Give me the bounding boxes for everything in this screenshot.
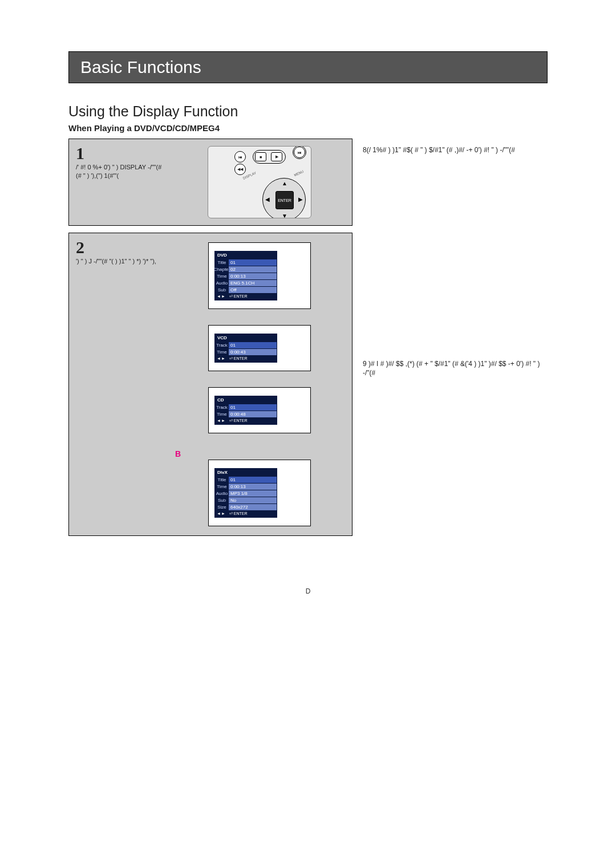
rewind-icon: ◀◀ (234, 164, 246, 175)
side-note-2: 9 )# I # )#/ $$ ,(*) (# + " $/#1" (# &('… (363, 359, 548, 377)
osd-row-icon: Track (215, 404, 229, 411)
step-number: 1 (76, 145, 166, 162)
step-description: /' #! 0 %+ 0') " ) DISPLAY -/""(# (# " )… (76, 163, 166, 180)
osd-row-icon: Track (215, 342, 229, 348)
osd-row-value: 0:00:48 (229, 411, 277, 417)
osd-row-icon: Size (215, 504, 229, 510)
osd-header: VCD (215, 334, 277, 342)
osd-row-icon: Time (215, 349, 229, 355)
osd-row-icon: Title (215, 259, 229, 266)
osd-row-value: No (229, 497, 277, 503)
osd-row-icon: Title (215, 477, 229, 483)
osd-row-value: Off (229, 287, 277, 293)
osd-row-value: 01 (229, 342, 277, 348)
osd-header: DVD (215, 251, 277, 259)
remote-diagram: ⏮ ■ ▶ ⏭ ◀◀ DISPLAY MENU (208, 146, 311, 218)
osd-screenshot-dvd: DVD Title01 Chapter02 Time0:00:13 AudioE… (208, 242, 311, 309)
osd-row-icon: Sub (215, 497, 229, 503)
osd-footer-nav: ◄► (217, 419, 226, 423)
osd-footer-nav: ◄► (217, 511, 226, 516)
step-description: ') " ) J -/""(# "( ) )1" " ) *) ')* "), (76, 257, 166, 266)
osd-row-value: 0:00:13 (229, 273, 277, 279)
osd-footer-enter: ⏎ ENTER (229, 419, 248, 423)
step-2-box: 2 ') " ) J -/""(# "( ) )1" " ) *) ')* ")… (68, 233, 352, 536)
osd-row-value: 640x272 (229, 504, 277, 510)
menu-label: MENU (294, 170, 305, 177)
up-arrow-icon: ▲ (282, 180, 287, 186)
osd-footer-enter: ⏎ ENTER (229, 294, 248, 299)
osd-row-icon: Audio (215, 490, 229, 497)
osd-row-icon: Audio (215, 280, 229, 286)
osd-row-icon: Time (215, 411, 229, 417)
osd-variant-letter: B (175, 449, 345, 458)
right-arrow-icon: ▶ (298, 196, 303, 202)
osd-row-value: 0:00:43 (229, 349, 277, 355)
enter-button: ENTER (275, 191, 294, 209)
osd-footer-nav: ◄► (217, 294, 226, 299)
osd-footer-enter: ⏎ ENTER (229, 511, 248, 516)
callout-circle (293, 146, 306, 159)
section-title: Basic Functions (80, 58, 536, 77)
step-number: 2 (76, 239, 166, 256)
subsection-heading: Using the Display Function (68, 103, 548, 120)
osd-row-icon: Time (215, 273, 229, 279)
context-line: When Playing a DVD/VCD/CD/MPEG4 (68, 123, 548, 133)
osd-row-value: ENG 5.1CH (229, 280, 277, 286)
osd-row-value: 01 (229, 259, 277, 266)
left-arrow-icon: ◀ (265, 196, 270, 202)
osd-screenshot-vcd: VCD Track01 Time0:00:43 ◄►⏎ ENTER (208, 325, 311, 371)
osd-row-value: 0:00:13 (229, 484, 277, 490)
osd-row-value: MP3 1/8 (229, 490, 277, 497)
osd-screenshot-cd: CD Track01 Time0:00:48 ◄►⏎ ENTER (208, 387, 311, 433)
prev-track-icon: ⏮ (234, 151, 246, 162)
osd-footer-enter: ⏎ ENTER (229, 356, 248, 361)
osd-screenshot-divx: DivX Title01 Time0:00:13 AudioMP3 1/8 Su… (208, 460, 311, 526)
osd-header: DivX (215, 469, 277, 476)
osd-row-icon: Chapter (215, 266, 229, 273)
osd-row-value: 01 (229, 477, 277, 483)
callout-oval (253, 150, 286, 164)
osd-row-icon: Sub (215, 287, 229, 293)
side-note-1: 8(/ 1%# ) )1" #$( # " ) $/#1" (# ,)#/ -+… (363, 145, 548, 155)
osd-row-icon: Time (215, 484, 229, 490)
step-1-box: 1 /' #! 0 %+ 0') " ) DISPLAY -/""(# (# "… (68, 139, 352, 226)
osd-row-value: 01 (229, 404, 277, 411)
osd-header: CD (215, 396, 277, 404)
osd-row-value: 02 (229, 266, 277, 273)
osd-footer-nav: ◄► (217, 356, 226, 361)
section-title-bar: Basic Functions (68, 51, 548, 83)
dpad: ▲ ▼ ◀ ▶ ENTER (262, 178, 306, 218)
page-footer: D (68, 587, 548, 595)
down-arrow-icon: ▼ (282, 213, 287, 218)
